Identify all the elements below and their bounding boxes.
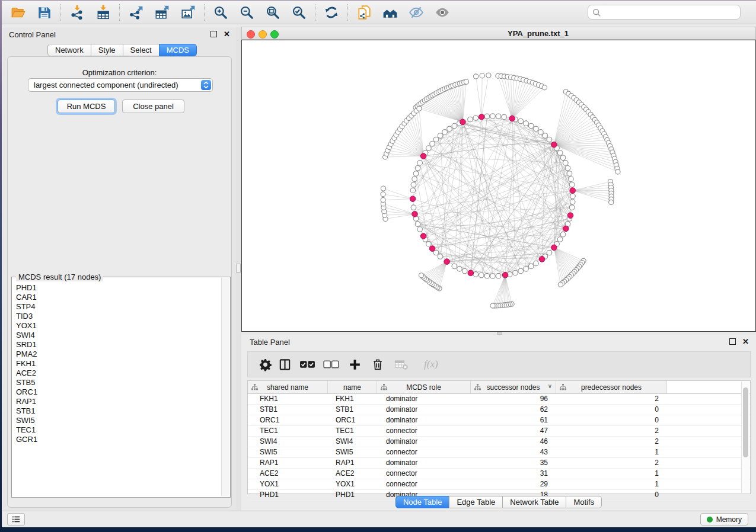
table-row[interactable]: ACE2ACE2connector311 <box>248 469 750 479</box>
sort-desc-icon[interactable]: ∨ <box>548 383 552 389</box>
mcds-result-item[interactable]: PMA2 <box>12 350 222 359</box>
delete-column-button[interactable] <box>371 358 384 371</box>
table-cell[interactable]: dominator <box>377 405 471 415</box>
first-neighbors-button[interactable] <box>377 2 403 23</box>
table-scrollbar[interactable] <box>741 382 749 493</box>
import-table-button[interactable] <box>90 2 116 23</box>
table-cell[interactable]: ORC1 <box>248 415 328 425</box>
table-row[interactable]: TEC1TEC1connector472 <box>248 426 750 437</box>
table-cell[interactable]: SWI5 <box>328 447 377 457</box>
table-cell[interactable]: dominator <box>377 458 471 468</box>
table-row[interactable]: ORC1ORC1dominator610 <box>248 415 750 426</box>
column-header-name[interactable]: name <box>328 381 377 393</box>
table-cell[interactable]: 0 <box>556 405 667 415</box>
table-cell[interactable]: 31 <box>471 469 556 479</box>
tab-motifs[interactable]: Motifs <box>566 496 602 508</box>
table-cell[interactable]: dominator <box>377 437 471 447</box>
table-cell[interactable]: 1 <box>556 447 667 457</box>
export-image-button[interactable] <box>175 2 201 23</box>
zoom-out-button[interactable] <box>234 2 260 23</box>
table-cell[interactable]: 43 <box>471 447 556 457</box>
criterion-select[interactable]: largest connected component (undirected) <box>28 78 213 92</box>
table-cell[interactable]: 47 <box>471 426 556 436</box>
column-header-MCDS-role[interactable]: MCDS role <box>377 381 471 393</box>
table-cell[interactable]: 1 <box>556 469 667 479</box>
mcds-result-item[interactable]: FKH1 <box>12 359 222 368</box>
table-cell[interactable]: YOX1 <box>248 479 328 489</box>
table-cell[interactable]: 61 <box>471 415 556 425</box>
scrollbar-thumb[interactable] <box>743 387 748 457</box>
column-header-successor-nodes[interactable]: successor nodes∨ <box>471 381 556 393</box>
close-panel-icon[interactable]: ✕ <box>742 338 749 345</box>
maximize-window-icon[interactable] <box>270 30 279 39</box>
table-options-button[interactable] <box>259 358 272 371</box>
table-cell[interactable]: STB1 <box>328 405 377 415</box>
zoom-fit-button[interactable] <box>260 2 286 23</box>
refresh-view-button[interactable] <box>318 2 344 23</box>
tab-node-table[interactable]: Node Table <box>395 496 450 508</box>
mcds-result-list[interactable]: PHD1CAR1STP4TID3YOX1SWI4SRD1PMA2FKH1ACE2… <box>12 283 222 496</box>
network-graph[interactable] <box>242 40 755 331</box>
table-row[interactable]: STB1STB1dominator620 <box>248 405 750 415</box>
table-row[interactable]: FKH1FKH1dominator962 <box>248 394 750 405</box>
splitter-grip[interactable] <box>236 264 241 273</box>
tab-style[interactable]: Style <box>91 44 123 56</box>
table-cell[interactable]: 0 <box>556 415 667 425</box>
table-cell[interactable]: 29 <box>471 479 556 489</box>
tab-edge-table[interactable]: Edge Table <box>449 496 503 508</box>
mcds-result-item[interactable]: GCR1 <box>12 435 222 444</box>
close-window-icon[interactable] <box>247 30 255 39</box>
float-panel-icon[interactable] <box>210 31 217 37</box>
mcds-result-item[interactable]: SRD1 <box>12 340 222 350</box>
mcds-result-item[interactable]: STP4 <box>12 302 222 312</box>
table-cell[interactable]: 35 <box>471 458 556 468</box>
table-cell[interactable]: RAP1 <box>248 458 328 468</box>
close-panel-button[interactable]: Close panel <box>122 100 184 113</box>
table-cell[interactable]: YOX1 <box>328 479 377 489</box>
export-network-button[interactable] <box>123 2 149 23</box>
close-panel-icon[interactable]: ✕ <box>224 31 230 37</box>
select-all-columns-button[interactable] <box>299 359 315 370</box>
zoom-selected-button[interactable] <box>286 2 312 23</box>
mcds-result-item[interactable]: PHD1 <box>12 283 222 293</box>
tab-network[interactable]: Network <box>47 44 91 56</box>
save-session-button[interactable] <box>31 2 58 23</box>
show-column-button[interactable] <box>278 358 292 371</box>
new-network-from-selection-button[interactable] <box>351 2 377 23</box>
mcds-result-item[interactable]: TID3 <box>12 312 222 321</box>
table-cell[interactable]: 2 <box>556 426 667 436</box>
open-file-button[interactable] <box>5 2 31 23</box>
table-cell[interactable]: 2 <box>556 437 667 447</box>
table-row[interactable]: SWI4SWI4dominator462 <box>248 437 750 447</box>
network-canvas[interactable] <box>241 40 756 332</box>
tab-mcds[interactable]: MCDS <box>159 44 197 56</box>
show-all-button[interactable] <box>429 2 455 23</box>
run-mcds-button[interactable]: Run MCDS <box>58 100 115 113</box>
table-cell[interactable]: STB1 <box>248 405 328 415</box>
table-cell[interactable]: SWI5 <box>248 447 328 457</box>
table-cell[interactable]: 2 <box>556 394 667 404</box>
table-cell[interactable]: RAP1 <box>328 458 377 468</box>
add-column-button[interactable] <box>349 358 361 371</box>
table-cell[interactable]: 46 <box>471 437 556 447</box>
minimize-window-icon[interactable] <box>259 30 267 39</box>
table-row[interactable]: SWI5SWI5connector431 <box>248 447 750 458</box>
unselect-all-columns-button[interactable] <box>323 359 339 370</box>
mcds-list-scrollbar[interactable] <box>221 278 229 496</box>
table-cell[interactable]: ORC1 <box>328 415 377 425</box>
show-panel-list-button[interactable] <box>7 513 25 525</box>
table-row[interactable]: RAP1RAP1dominator352 <box>248 458 750 469</box>
table-cell[interactable]: SWI4 <box>248 437 328 447</box>
mcds-result-item[interactable]: SWI4 <box>12 331 222 340</box>
table-cell[interactable]: dominator <box>377 394 471 404</box>
table-cell[interactable]: 62 <box>471 405 556 415</box>
table-cell[interactable]: FKH1 <box>248 394 328 404</box>
float-panel-icon[interactable] <box>729 338 736 345</box>
import-network-button[interactable] <box>64 2 90 23</box>
table-cell[interactable]: TEC1 <box>248 426 328 436</box>
hide-selected-button[interactable] <box>403 2 429 23</box>
mcds-result-item[interactable]: RAP1 <box>12 397 222 406</box>
table-cell[interactable]: 2 <box>556 458 667 468</box>
tab-select[interactable]: Select <box>123 44 160 56</box>
mcds-result-item[interactable]: YOX1 <box>12 321 222 331</box>
